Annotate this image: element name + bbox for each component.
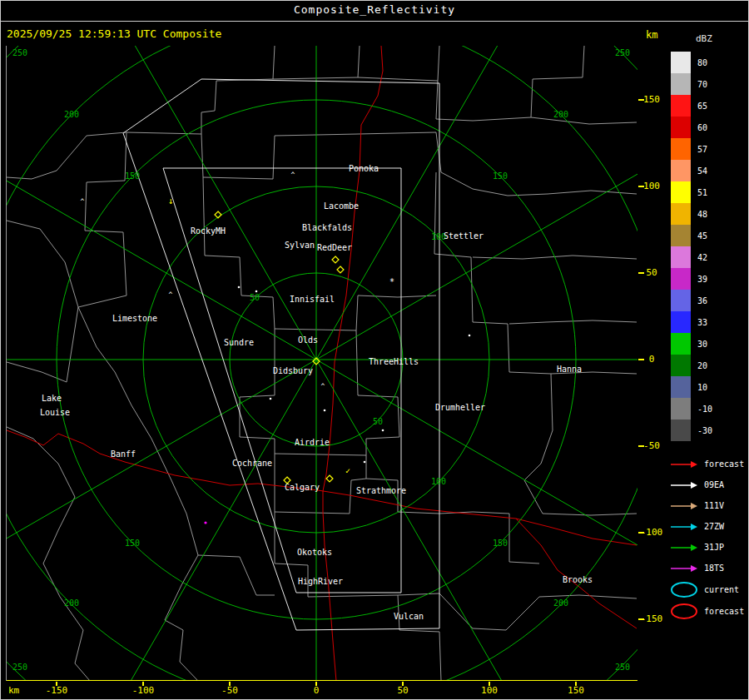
colorbar-row: 20 <box>671 355 724 376</box>
legend-arrow-label: forecast <box>704 459 744 469</box>
colorbar-row: 10 <box>671 376 724 398</box>
asterisk-marker: * <box>389 277 394 286</box>
range-ring-label: 250 <box>12 663 27 672</box>
colorbar-value-label: -10 <box>697 405 724 414</box>
highway-line <box>516 519 637 628</box>
storm-point-marker <box>204 521 206 524</box>
municipal-boundary-line <box>78 132 126 307</box>
peak-caret-marker: ^ <box>81 198 85 206</box>
range-ring-label: 200 <box>64 110 79 119</box>
radar-coverage-outline <box>123 79 439 630</box>
colorbar-value-label: 57 <box>697 145 724 154</box>
legend-ellipse-label: forecast <box>704 607 744 616</box>
city-label: Airdrie <box>295 438 330 447</box>
bottom-axis-label: -100 <box>126 685 160 696</box>
town-dot-marker <box>270 398 272 400</box>
radar-map-canvas[interactable]: 5050100100150150150150200200200200250250… <box>7 46 637 681</box>
bottom-axis-tick <box>489 682 490 686</box>
legend-arrow-label: 111V <box>704 501 724 510</box>
storm-ellipse-icon <box>671 582 697 598</box>
window-title: Composite_Reflectivity <box>0 3 749 16</box>
colorbar-value-label: 45 <box>697 231 724 241</box>
bottom-axis-tick <box>575 682 577 686</box>
colorbar-swatch <box>671 290 691 311</box>
municipal-boundary-line <box>434 172 637 515</box>
legend-arrow-row: 18TS <box>671 558 744 578</box>
municipal-boundary-line <box>356 330 399 455</box>
colorbar-value-label: 36 <box>697 296 724 305</box>
radar-map-area[interactable]: 5050100100150150150150200200200200250250… <box>7 46 637 681</box>
city-label: Brooks <box>563 575 593 584</box>
city-label: ThreeHills <box>369 357 419 366</box>
colorbar-swatch <box>671 376 691 398</box>
city-label: Sylvan <box>285 241 315 250</box>
range-ring-label: 250 <box>12 48 27 57</box>
city-label: RockyMH <box>191 226 226 236</box>
colorbar-value-label: 70 <box>697 80 724 89</box>
legend-arrow-label: 31JP <box>704 543 724 552</box>
municipal-boundary-line <box>436 132 637 196</box>
colorbar-swatch <box>671 333 691 355</box>
bottom-axis-tick <box>402 682 404 686</box>
colorbar-row: 42 <box>671 246 724 268</box>
colorbar-swatch <box>671 95 691 117</box>
legend-arrow-label: 27ZW <box>704 522 724 531</box>
colorbar-row: 80 <box>671 52 724 73</box>
bottom-axis-line <box>7 680 637 681</box>
municipal-boundary-line <box>198 555 275 595</box>
town-dot-marker <box>324 410 326 412</box>
track-arrow-icon <box>671 480 697 490</box>
town-dot-marker <box>364 461 366 464</box>
right-axis-label: 150 <box>636 94 667 105</box>
colorbar-swatch <box>671 246 691 268</box>
reflectivity-colorbar: 80706560575451484542393633302010-10-30 <box>671 52 724 441</box>
city-label: Ponoka <box>349 164 379 173</box>
legend-arrow-row: 111V <box>671 495 744 516</box>
range-ring-label: 200 <box>553 598 568 608</box>
city-label: Calgary <box>285 483 320 492</box>
city-label: Innisfail <box>290 295 335 304</box>
map-left-edge-line <box>6 46 7 681</box>
city-label: Drumheller <box>435 403 485 412</box>
track-arrow-icon <box>671 563 697 573</box>
municipal-boundary-line <box>7 427 90 681</box>
timestamp-label: 2025/09/25 12:59:13 UTC Composite <box>7 27 221 40</box>
right-axis-tick <box>638 272 644 274</box>
colorbar-title: dBZ <box>696 33 712 44</box>
track-arrow-icon <box>671 522 697 532</box>
colorbar-row: 54 <box>671 160 724 181</box>
city-label: Stettler <box>444 231 484 241</box>
range-ring-label: 200 <box>553 110 568 119</box>
peak-caret-marker: ^ <box>169 291 173 299</box>
track-arrow-icon <box>671 459 697 469</box>
municipal-boundary-line <box>240 329 275 454</box>
city-label: Lake <box>42 394 62 403</box>
peak-caret-marker: ^ <box>321 383 325 390</box>
colorbar-swatch <box>671 138 691 160</box>
municipal-boundary-line <box>531 117 637 124</box>
colorbar-row: 60 <box>671 117 724 138</box>
municipal-boundary-line <box>7 221 78 382</box>
range-ring-label: 150 <box>493 539 508 548</box>
bottom-axis-label: 50 <box>386 685 419 696</box>
colorbar-value-label: 30 <box>697 340 724 349</box>
radar-legend: forecast09EA111V27ZW31JP18TScurrentforec… <box>671 454 744 622</box>
range-ring-label: 250 <box>615 48 630 57</box>
right-axis-tick <box>638 186 644 187</box>
bottom-axis-tick <box>142 682 144 686</box>
colorbar-swatch <box>671 181 691 203</box>
city-label: Limestone <box>112 314 157 323</box>
colorbar-swatch <box>671 398 691 420</box>
city-label: Sundre <box>224 338 254 347</box>
colorbar-value-label: -30 <box>697 426 724 435</box>
city-label: Banff <box>111 449 136 459</box>
colorbar-swatch <box>671 73 691 95</box>
range-ring-label: 200 <box>64 598 79 608</box>
city-label: Hanna <box>557 365 582 374</box>
track-arrow-icon <box>671 543 697 553</box>
city-label: Okotoks <box>297 548 332 557</box>
range-ring-label: 100 <box>431 477 446 486</box>
legend-arrow-label: 09EA <box>704 480 724 489</box>
check-marker: ✓ <box>345 466 350 475</box>
range-ring-label: 150 <box>125 171 140 181</box>
